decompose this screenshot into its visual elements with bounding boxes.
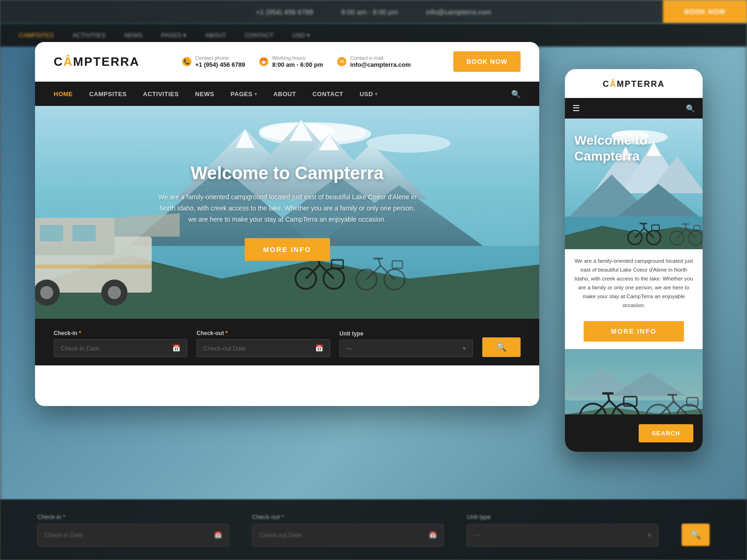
mobile-more-info-button[interactable]: MORE INFO <box>584 321 684 342</box>
unit-type-select[interactable]: — ▾ <box>339 340 473 357</box>
nav-pages[interactable]: PAGES ▾ <box>231 91 257 98</box>
nav-about[interactable]: ABOUT <box>273 91 296 98</box>
checkin-placeholder: Check-in Date <box>61 345 99 352</box>
phone-value: +1 (954) 456 6789 <box>195 61 245 68</box>
checkin-calendar-icon: 📅 <box>172 344 180 352</box>
nav-campsites[interactable]: CAMPSITES <box>89 91 127 98</box>
hero-description: We are a family-oriented campground loca… <box>156 192 418 225</box>
mobile-nav: ☰ 🔍 <box>565 98 703 119</box>
book-now-button[interactable]: BOOK NOW <box>453 51 521 72</box>
unit-type-label: Unit type <box>339 330 473 337</box>
checkin-input[interactable]: Check-in Date 📅 <box>54 339 187 357</box>
nav-news[interactable]: NEWS <box>195 91 214 98</box>
mobile-mockup: CÂMPTERRA ☰ 🔍 <box>565 69 703 452</box>
bg-booking-bar: Check-in * Check-in Date 📅 Check-out * C… <box>0 499 747 560</box>
mobile-booking-bottom: SEARCH <box>565 414 703 452</box>
mobile-search-icon[interactable]: 🔍 <box>686 104 695 113</box>
bg-phone: +1 (954) 456 6789 <box>256 8 313 16</box>
logo: CÂMPTERRA <box>54 55 140 69</box>
mobile-hero: Welcome toCampterra <box>565 119 703 249</box>
bg-top-bar: +1 (954) 456 6789 8:00 am - 6:00 pm info… <box>0 0 747 23</box>
hero-title: Welcome to Campterra <box>156 163 418 183</box>
hero-content: Welcome to Campterra We are a family-ori… <box>156 163 418 261</box>
checkout-field: Check-out * Check-out Date 📅 <box>197 330 330 357</box>
email-value: info@campterra.com <box>350 61 411 68</box>
logo-accent: Â <box>63 55 73 69</box>
select-arrow-icon: ▾ <box>463 345 466 352</box>
unit-type-field: Unit type — ▾ <box>339 330 473 357</box>
hero-section: Welcome to Campterra We are a family-ori… <box>35 106 539 319</box>
hours-value: 8:00 am - 6:00 pm <box>272 61 323 68</box>
svg-point-39 <box>40 286 53 299</box>
hero-more-info-button[interactable]: MORE INFO <box>245 238 330 261</box>
checkout-label: Check-out * <box>197 330 330 336</box>
booking-bar: Check-in * Check-in Date 📅 Check-out * C… <box>35 319 539 365</box>
desktop-mockup: CÂMPTERRA 📞 Contact phone: +1 (954) 456 … <box>35 42 539 406</box>
checkin-field: Check-in * Check-in Date 📅 <box>54 330 187 357</box>
bg-hours: 8:00 am - 6:00 pm <box>341 8 398 16</box>
mobile-cta-area: MORE INFO <box>565 321 703 342</box>
mobile-logo-accent: Â <box>610 79 617 89</box>
nav-contact[interactable]: CONTACT <box>312 91 343 98</box>
mobile-logo: CÂMPTERRA <box>603 79 665 89</box>
card-header: CÂMPTERRA 📞 Contact phone: +1 (954) 456 … <box>35 42 539 82</box>
mobile-description-area: We are a family-oriented campground loca… <box>565 249 703 314</box>
email-info: ✉ Contact e-mail: info@campterra.com <box>337 55 411 68</box>
nav-search-icon[interactable]: 🔍 <box>511 90 521 98</box>
svg-rect-42 <box>35 265 152 268</box>
phone-icon: 📞 <box>182 57 191 66</box>
bg-email: info@campterra.com <box>426 8 491 16</box>
mobile-hero-content: Welcome toCampterra <box>565 133 703 170</box>
hours-info: ⏰ Working hours: 8:00 am - 6:00 pm <box>259 55 323 68</box>
search-icon: 🔍 <box>496 342 507 352</box>
phone-label: Contact phone: <box>195 55 245 61</box>
nav-usd[interactable]: USD ▾ <box>359 91 377 98</box>
checkout-calendar-icon: 📅 <box>315 344 323 352</box>
svg-rect-36 <box>40 225 63 241</box>
svg-point-4 <box>366 134 451 153</box>
svg-rect-37 <box>72 225 96 241</box>
mail-icon: ✉ <box>337 57 346 66</box>
nav-activities[interactable]: ACTIVITIES <box>143 91 179 98</box>
clock-icon: ⏰ <box>259 57 268 66</box>
checkout-placeholder: Check-out Date <box>204 345 246 352</box>
hours-label: Working hours: <box>272 55 323 61</box>
mobile-hero-description: We are a family-oriented campground loca… <box>574 257 693 310</box>
email-label: Contact e-mail: <box>350 55 411 61</box>
mobile-hero-title: Welcome toCampterra <box>574 133 693 164</box>
checkout-input[interactable]: Check-out Date 📅 <box>197 339 330 357</box>
desktop-nav: HOME CAMPSITES ACTIVITIES NEWS PAGES ▾ A… <box>35 82 539 106</box>
mobile-search-button[interactable]: SEARCH <box>639 424 693 442</box>
header-info: 📞 Contact phone: +1 (954) 456 6789 ⏰ Wor… <box>182 55 410 68</box>
mobile-header: CÂMPTERRA <box>565 69 703 98</box>
phone-info: 📞 Contact phone: +1 (954) 456 6789 <box>182 55 245 68</box>
nav-home[interactable]: HOME <box>54 91 73 98</box>
checkin-label: Check-in * <box>54 330 187 336</box>
search-button[interactable]: 🔍 <box>482 337 521 357</box>
svg-point-41 <box>108 286 121 299</box>
hamburger-menu-icon[interactable]: ☰ <box>572 103 580 113</box>
unit-type-placeholder: — <box>346 345 352 352</box>
